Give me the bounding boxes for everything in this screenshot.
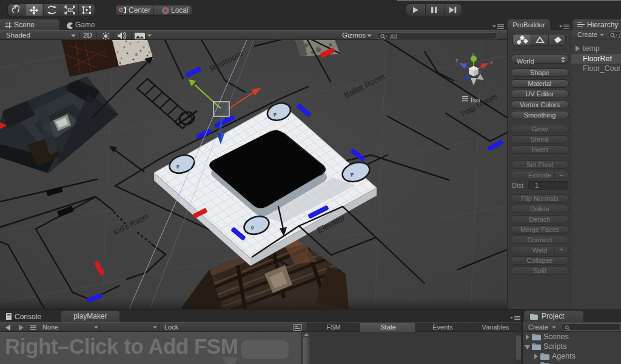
svg-text:x: x bbox=[490, 59, 493, 65]
svg-text:y: y bbox=[472, 51, 475, 58]
svg-text:Iso: Iso bbox=[471, 96, 480, 104]
svg-text:z: z bbox=[455, 58, 458, 64]
